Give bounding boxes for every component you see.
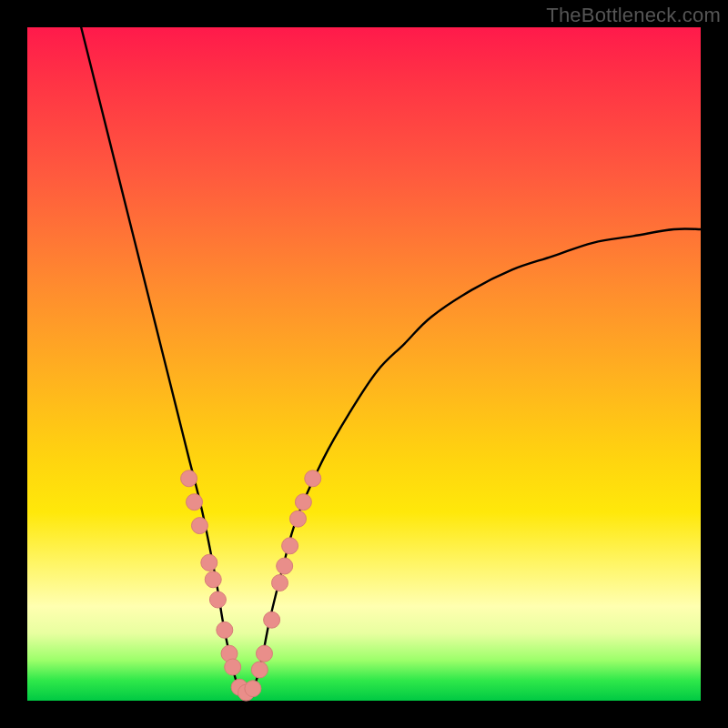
marker-dot — [277, 558, 293, 574]
highlighted-points — [181, 470, 321, 701]
plot-area — [27, 27, 701, 701]
marker-dot — [209, 592, 226, 608]
marker-dot — [201, 554, 217, 571]
marker-dot — [251, 662, 268, 678]
bottleneck-curve — [81, 27, 701, 696]
marker-dot — [289, 511, 306, 527]
marker-dot — [272, 575, 288, 592]
marker-dot — [245, 681, 261, 697]
chart-frame: TheBottleneck.com — [0, 0, 728, 728]
marker-dot — [256, 645, 272, 662]
marker-dot — [187, 494, 203, 511]
marker-dot — [282, 538, 298, 554]
marker-dot — [191, 518, 207, 534]
curve-svg — [27, 27, 701, 701]
marker-dot — [225, 659, 241, 675]
marker-dot — [295, 494, 311, 511]
marker-dot — [264, 612, 280, 628]
watermark-text: TheBottleneck.com — [546, 4, 721, 27]
marker-dot — [305, 470, 321, 487]
marker-dot — [181, 470, 197, 487]
marker-dot — [217, 622, 233, 638]
marker-dot — [205, 571, 221, 588]
